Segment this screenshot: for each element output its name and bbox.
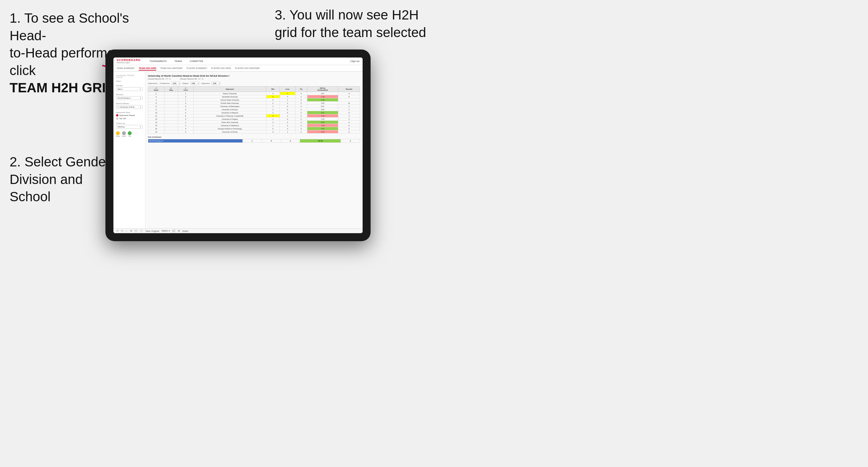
- table-row: 12 3 University of Virginia 1 0 0 2.33 3: [148, 118, 360, 121]
- annotation-2-line1: 2. Select Gender,: [9, 154, 114, 169]
- col-loss: Loss: [280, 87, 295, 92]
- table-title: University of North Carolina Head-to-Hea…: [148, 74, 360, 77]
- table-row: 13 1 Texas Tech University 3 0 0 5.56 9: [148, 121, 360, 124]
- annotation-3: 3. You will now see H2H grid for the tea…: [275, 6, 460, 41]
- h2h-table: #Rank #Reg #Conf Opponent Win Loss Tie D…: [148, 86, 360, 133]
- redo-btn[interactable]: ↪: [121, 230, 123, 232]
- annotation-3-line2: grid for the team selected: [275, 25, 426, 40]
- region-filter-wrap: (All): [190, 82, 199, 85]
- undo-btn[interactable]: ↩: [117, 230, 119, 232]
- team-label: Team: [116, 80, 143, 82]
- swatch-up: Up: [128, 131, 132, 137]
- annotation-1-bold: TEAM H2H GRID: [9, 80, 115, 95]
- sidebar-colour-section: Colour by Win/loss: [116, 122, 143, 129]
- table-row: 9 3 University of Arizona 1 0 0 9.00 2: [148, 108, 360, 111]
- comment-btn[interactable]: 💬: [173, 230, 176, 232]
- opponent-filter-wrap: (All): [212, 82, 220, 85]
- school-select[interactable]: 1. University of Nort...: [116, 105, 143, 109]
- tab-player-h2h-grid[interactable]: PLAYER H2H GRID: [211, 66, 231, 70]
- tablet: SCOREBOARD Powered by clippd TOURNAMENTS…: [105, 50, 371, 241]
- sidebar-division-section: Division NCAA Division I: [116, 94, 143, 100]
- table-row: 3 2 Vanderbilt University 0 4 0 -2.29 8: [148, 95, 360, 98]
- overall-record: Overall Record: 89 - 17 - 0: [148, 78, 170, 80]
- colour-by-label: Colour by: [116, 122, 143, 124]
- nav-bar: SCOREBOARD Powered by clippd TOURNAMENTS…: [114, 58, 363, 65]
- sidebar: Last Updated: 27/03/2024 16:55:38 Team G…: [114, 72, 145, 228]
- division-record: Division Record: 88 - 17 - 0: [180, 78, 204, 80]
- filters-row: Opponents: Conference (All) Region (All)…: [148, 82, 360, 85]
- table-row: 16 3 University of Florida 3 1 0 -6.42 9: [148, 130, 360, 133]
- school-label: School (Rank): [116, 102, 143, 104]
- color-swatches: Down Level Up: [116, 131, 143, 137]
- division-label: Division: [116, 94, 143, 95]
- table-row: 8 2 University of Washington 1 0 0 3.67 …: [148, 105, 360, 108]
- region-filter-label: Region: [182, 83, 188, 84]
- opponents-filter-label: Opponents:: [148, 83, 158, 84]
- grid-btn[interactable]: ⊞: [178, 230, 180, 232]
- radio-opponents-played[interactable]: ⬤ Opponents Played: [116, 114, 143, 117]
- table-header-row: #Rank #Reg #Conf Opponent Win Loss Tie D…: [148, 87, 360, 92]
- opponent-filter-label: Opponent: [201, 83, 210, 84]
- nav-teams[interactable]: TEAMS: [173, 59, 183, 63]
- tab-team-summary[interactable]: TEAM SUMMARY: [117, 66, 135, 70]
- opponent-filter-select[interactable]: (All): [212, 82, 220, 85]
- nav-tournaments[interactable]: TOURNAMENTS: [148, 59, 168, 63]
- colour-by-select[interactable]: Win/loss: [116, 125, 143, 129]
- sidebar-gender-section: Gender Men's: [116, 85, 143, 91]
- opponent-view-label: Opponent View: [116, 112, 143, 114]
- share-btn[interactable]: Share: [182, 230, 188, 232]
- paste-btn[interactable]: 📋: [134, 230, 137, 232]
- sidebar-timestamp: Last Updated: 27/03/2024 16:55:38: [116, 74, 143, 78]
- table-records: Overall Record: 89 - 17 - 0 Division Rec…: [148, 78, 360, 80]
- sidebar-team-section: Team: [116, 80, 143, 82]
- logo-area: SCOREBOARD Powered by clippd: [117, 59, 141, 64]
- table-row: 2 1 Auburn University 2 1 0 1.67 9: [148, 92, 360, 95]
- view-label[interactable]: View: Original: [145, 230, 159, 232]
- tab-player-summary[interactable]: PLAYER SUMMARY: [187, 66, 207, 70]
- swatch-down: Down: [116, 131, 120, 137]
- sidebar-opponent-view-section: Opponent View ⬤ Opponents Played ⬤ Top 1…: [116, 112, 143, 120]
- sign-out[interactable]: | Sign out: [350, 60, 360, 62]
- annotation-2-line2: Division and: [9, 172, 83, 187]
- gender-label: Gender: [116, 85, 143, 87]
- col-conf: #Conf: [178, 87, 193, 92]
- data-area: University of North Carolina Head-to-Hea…: [145, 72, 363, 228]
- tab-player-h2h-heatmap[interactable]: PLAYER H2H HEATMAP: [235, 66, 260, 70]
- division-select[interactable]: NCAA Division I: [116, 96, 143, 100]
- back-btn[interactable]: ←: [126, 230, 128, 232]
- out-of-division-label: Out of division: [148, 136, 360, 138]
- table-row: 14 2 University of Oklahoma 1 2 0 -1.00 …: [148, 124, 360, 127]
- annotation-2-line3: School: [9, 189, 51, 204]
- main-content: Last Updated: 27/03/2024 16:55:38 Team G…: [114, 72, 363, 228]
- gender-select[interactable]: Men's: [116, 87, 143, 91]
- copy-btn[interactable]: ⧉: [130, 230, 132, 232]
- col-rank: #Rank: [148, 87, 164, 92]
- out-of-division-row: NCAA Division II 1 0 0 26.00 3: [148, 139, 360, 143]
- watch-btn[interactable]: Watch ▾: [162, 230, 170, 232]
- clock-btn[interactable]: 🕐: [140, 230, 143, 232]
- radio-top100[interactable]: ⬤ Top 100: [116, 117, 143, 120]
- logo-text: SCOREBOARD: [117, 59, 141, 62]
- annotation-3-line1: 3. You will now see H2H: [275, 7, 419, 22]
- col-win: Win: [266, 87, 280, 92]
- swatch-up-label: Up: [128, 135, 132, 137]
- swatch-level-circle: [122, 131, 126, 135]
- tablet-screen: SCOREBOARD Powered by clippd TOURNAMENTS…: [114, 58, 363, 233]
- swatch-up-circle: [128, 131, 132, 135]
- logo-sub: Powered by clippd: [117, 62, 141, 64]
- conference-filter-label: Conference: [160, 83, 169, 84]
- conference-filter-select[interactable]: (All): [172, 82, 181, 85]
- sidebar-school-section: School (Rank) 1. University of Nort...: [116, 102, 143, 109]
- table-row: 10 5 University of Alabama 3 0 0 2.61 8: [148, 111, 360, 114]
- sub-nav: TEAM SUMMARY TEAM H2H GRID TEAM H2H HEAT…: [114, 65, 363, 72]
- table-row: 11 6 University of Arkansas, Fayettevill…: [148, 114, 360, 118]
- col-rounds: Rounds: [338, 87, 360, 92]
- region-filter-select[interactable]: (All): [190, 82, 199, 85]
- table-row: 6 2 Florida State University 2 2 0 1.83 …: [148, 101, 360, 105]
- swatch-down-label: Down: [116, 135, 120, 137]
- tab-team-h2h-heatmap[interactable]: TEAM H2H HEATMAP: [160, 66, 183, 70]
- nav-committee[interactable]: COMMITTEE: [188, 59, 205, 63]
- col-diff: Diff AvStrokes/Rnd: [307, 87, 338, 92]
- tab-team-h2h-grid[interactable]: TEAM H2H GRID: [138, 66, 156, 71]
- table-row: 4 1 Arizona State University 5 1 0 2.29: [148, 98, 360, 101]
